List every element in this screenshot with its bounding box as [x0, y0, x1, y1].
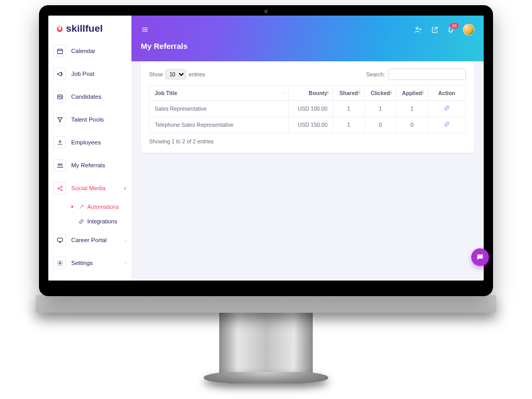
notifications-button[interactable]: 28 [447, 26, 455, 34]
svg-point-11 [416, 27, 418, 29]
svg-point-8 [61, 189, 62, 190]
rocket-icon [54, 280, 66, 281]
flame-icon [56, 23, 64, 34]
referrals-card: Show 10 entries Search: Jo [141, 61, 474, 153]
sort-icon: ⇅ [326, 91, 329, 95]
cell-clicked: 1 [365, 101, 396, 117]
share-icon [54, 182, 66, 194]
monitor-frame: skillfuel Calendar Job Post Candidates [39, 5, 493, 296]
sidebar-item-talentpools[interactable]: Talent Pools [48, 108, 131, 131]
notification-badge: 28 [450, 23, 459, 29]
sidebar-item-employees[interactable]: Employees [48, 131, 131, 154]
magic-icon [78, 204, 84, 210]
camera-dot [264, 9, 268, 14]
sidebar-item-careerportal[interactable]: Career Portal › [48, 229, 131, 251]
content: Show 10 entries Search: Jo [131, 55, 484, 281]
subnav-socialmedia: Automations Integrations [48, 200, 131, 229]
svg-point-7 [61, 186, 62, 187]
sidebar-item-label: Settings [71, 260, 93, 266]
chevron-right-icon: › [125, 237, 126, 243]
cell-applied: 0 [396, 117, 428, 133]
col-jobtitle[interactable]: Job Title↑↓ [150, 86, 289, 101]
sidebar-item-label: Calendar [71, 48, 96, 54]
monitor-stand [219, 312, 313, 374]
copy-link-button[interactable] [444, 105, 450, 111]
sidebar-item-candidates[interactable]: Candidates [48, 85, 131, 108]
page-title: My Referrals [141, 38, 474, 50]
cell-bounty: USD 100.00 [288, 101, 332, 117]
subnav-item-label: Integrations [87, 218, 117, 224]
monitor-base [36, 295, 496, 313]
megaphone-icon [54, 68, 66, 80]
sidebar-item-calendar[interactable]: Calendar [48, 39, 131, 62]
col-applied[interactable]: Applied⇅ [396, 86, 428, 101]
table-info: Showing 1 to 2 of 2 entries [149, 138, 466, 144]
id-card-icon [54, 90, 66, 103]
svg-rect-1 [57, 95, 62, 99]
svg-rect-9 [57, 238, 62, 242]
show-label: Show [149, 71, 163, 77]
cell-bounty: USD 150.00 [288, 117, 332, 133]
sidebar-item-label: Employees [71, 139, 101, 145]
svg-point-6 [58, 188, 59, 189]
app-screen: skillfuel Calendar Job Post Candidates [48, 16, 484, 281]
entries-label: entries [189, 71, 205, 77]
sidebar-item-myreferrals[interactable]: My Referrals [48, 154, 131, 177]
col-shared[interactable]: Shared⇅ [333, 86, 365, 101]
search-label: Search: [366, 71, 385, 77]
top-actions: 28 [414, 24, 474, 35]
brand-logo: skillfuel [48, 16, 131, 39]
table-row: Sales Representative USD 100.00 1 1 1 [150, 101, 466, 117]
col-bounty[interactable]: Bounty⇅ [288, 86, 332, 101]
referrals-table: Job Title↑↓ Bounty⇅ Shared⇅ Clicked⇅ App… [149, 85, 466, 133]
sidebar-item-label: Candidates [71, 94, 101, 100]
svg-point-4 [58, 164, 59, 165]
sidebar: skillfuel Calendar Job Post Candidates [48, 16, 131, 281]
sidebar-item-label: Job Post [71, 71, 95, 77]
funnel-icon [54, 113, 66, 126]
sort-icon: ↑↓ [281, 91, 285, 95]
people-icon [54, 159, 66, 171]
cell-clicked: 0 [365, 117, 396, 133]
cell-title: Telephone Sales Representative [150, 117, 289, 133]
svg-point-5 [60, 164, 62, 165]
menu-toggle[interactable] [141, 25, 149, 34]
topbar: 28 My Referrals [131, 16, 484, 61]
person-icon [54, 136, 66, 149]
cell-action [428, 117, 466, 133]
sidebar-item-jobpost[interactable]: Job Post [48, 62, 131, 85]
col-action: Action [428, 86, 466, 101]
sort-icon: ⇅ [389, 91, 393, 95]
sidebar-item-subscriptions[interactable]: Subscriptions › [48, 274, 131, 281]
cell-applied: 1 [396, 101, 428, 117]
sidebar-item-label: My Referrals [71, 162, 105, 168]
sort-icon: ⇅ [421, 91, 424, 95]
subnav-item-integrations[interactable]: Integrations [64, 214, 131, 229]
avatar[interactable] [463, 24, 474, 35]
col-clicked[interactable]: Clicked⇅ [365, 86, 396, 101]
sidebar-item-settings[interactable]: Settings › [48, 251, 131, 274]
external-link-button[interactable] [431, 26, 438, 34]
subnav-item-automations[interactable]: Automations [64, 200, 131, 214]
gear-icon [54, 257, 66, 269]
inactive-dot [71, 220, 73, 222]
subnav-item-label: Automations [87, 204, 119, 210]
search-input[interactable] [388, 69, 466, 80]
copy-link-button[interactable] [444, 121, 450, 127]
chevron-right-icon: › [125, 260, 126, 266]
sort-icon: ⇅ [357, 91, 361, 95]
nav: Calendar Job Post Candidates Talent Pool… [48, 39, 131, 281]
monitor-icon [54, 234, 66, 246]
sidebar-item-socialmedia[interactable]: Social Media ▾ [48, 177, 131, 200]
table-controls: Show 10 entries Search: [149, 69, 466, 80]
svg-point-2 [58, 96, 59, 97]
sidebar-item-label: Talent Pools [71, 116, 104, 123]
entries-select[interactable]: 10 [165, 69, 186, 79]
svg-point-10 [59, 262, 60, 263]
brand-text: skillfuel [66, 23, 103, 34]
add-user-button[interactable] [414, 25, 422, 34]
cell-action [428, 101, 466, 117]
cell-shared: 1 [333, 101, 365, 117]
svg-point-3 [59, 140, 60, 142]
cell-shared: 1 [333, 117, 365, 133]
